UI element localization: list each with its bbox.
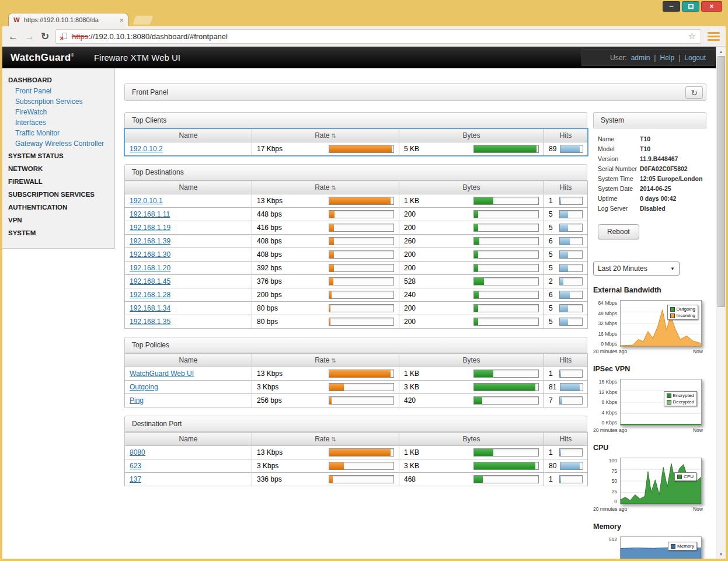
name-link[interactable]: Ping <box>130 396 144 405</box>
rate-bar <box>329 210 394 218</box>
nav-section-system-status[interactable]: SYSTEM STATUS <box>2 149 114 162</box>
logout-link[interactable]: Logout <box>684 54 706 62</box>
name-link[interactable]: 192.168.1.45 <box>130 277 170 285</box>
name-cell: 192.0.10.2 <box>125 142 252 156</box>
column-header-rate[interactable]: Rate⇅ <box>252 433 399 446</box>
nav-section-network[interactable]: NETWORK <box>2 162 114 175</box>
table-row: 192.168.1.19 416 bps 200 5 <box>125 221 588 235</box>
name-cell: 192.168.1.11 <box>125 208 252 221</box>
hits-bar <box>559 291 583 299</box>
name-link[interactable]: WatchGuard Web UI <box>130 370 194 378</box>
bytes-cell: 200 <box>399 221 544 235</box>
separator: | <box>654 54 656 62</box>
column-header-bytes[interactable]: Bytes <box>399 129 544 142</box>
system-panel: System Name T10 <box>593 112 706 241</box>
help-link[interactable]: Help <box>660 54 674 62</box>
url-rest: ://192.0.10.1:8080/dashboard/#frontpanel <box>88 32 228 41</box>
table-row: 192.168.1.39 408 bps 260 6 <box>125 235 588 248</box>
nav-section-firewall[interactable]: FIREWALL <box>2 175 114 187</box>
column-header-name[interactable]: Name <box>125 129 252 142</box>
nav-item[interactable]: FireWatch <box>2 107 114 117</box>
name-link[interactable]: 192.168.1.39 <box>130 237 170 245</box>
bookmark-star-icon[interactable]: ☆ <box>688 31 696 41</box>
name-link[interactable]: 623 <box>130 462 141 470</box>
close-button[interactable]: × <box>701 1 722 12</box>
hits-cell: 5 <box>544 302 588 315</box>
tab-close-icon[interactable]: × <box>119 16 124 24</box>
column-header-hits[interactable]: Hits <box>544 181 588 194</box>
app-header: WatchGuard® Fireware XTM Web UI User: ad… <box>2 47 716 68</box>
name-link[interactable]: 192.168.1.28 <box>130 291 170 299</box>
column-header-bytes[interactable]: Bytes <box>399 354 544 367</box>
column-header-rate[interactable]: Rate⇅ <box>252 354 399 367</box>
scrollbar-up-icon[interactable]: ▲ <box>716 47 726 56</box>
forward-icon[interactable]: → <box>25 32 34 41</box>
nav-item[interactable]: Traffic Monitor <box>2 128 114 138</box>
column-header-hits[interactable]: Hits <box>544 129 588 142</box>
hits-value: 1 <box>549 448 553 457</box>
certificate-error-icon[interactable]: × <box>61 32 68 41</box>
browser-tab[interactable]: W https://192.0.10.1:8080/da × <box>8 13 128 26</box>
reboot-button[interactable]: Reboot <box>598 224 639 239</box>
column-header-rate[interactable]: Rate⇅ <box>252 129 399 142</box>
column-header-rate[interactable]: Rate⇅ <box>252 181 399 194</box>
nav-section-subscription-services[interactable]: SUBSCRIPTION SERVICES <box>2 187 114 200</box>
bytes-cell: 3 KB <box>399 459 544 473</box>
nav-section-dashboard[interactable]: DASHBOARD <box>2 73 114 86</box>
column-header-bytes[interactable]: Bytes <box>399 433 544 446</box>
rate-cell: 200 bps <box>252 288 399 302</box>
rate-cell: 3 Kbps <box>252 381 399 394</box>
name-link[interactable]: 192.168.1.35 <box>130 318 170 326</box>
hits-bar <box>559 264 583 272</box>
bytes-value: 200 <box>404 264 416 272</box>
time-range-select[interactable]: Last 20 Minutes ▼ <box>593 262 680 276</box>
nav-item[interactable]: Interfaces <box>2 117 114 128</box>
scrollbar-thumb[interactable] <box>717 56 725 307</box>
rate-bar <box>329 197 394 205</box>
column-header-name[interactable]: Name <box>125 354 252 367</box>
refresh-icon[interactable]: ↻ <box>41 32 49 41</box>
name-link[interactable]: 192.168.1.34 <box>130 304 170 312</box>
legend-swatch <box>670 307 675 312</box>
new-tab-button[interactable] <box>133 16 153 25</box>
vertical-scrollbar[interactable]: ▲ ▼ <box>716 47 726 559</box>
name-link[interactable]: 192.168.1.30 <box>130 250 170 259</box>
nav-item[interactable]: Front Panel <box>2 86 114 96</box>
y-axis-label: 50 <box>612 478 617 484</box>
scrollbar-down-icon[interactable]: ▼ <box>716 549 726 559</box>
nav-section-system[interactable]: SYSTEM <box>2 226 114 239</box>
nav-section-authentication[interactable]: AUTHENTICATION <box>2 200 114 213</box>
maximize-button[interactable] <box>682 1 699 12</box>
name-link[interactable]: 192.168.1.19 <box>130 224 170 232</box>
name-link[interactable]: 192.0.10.1 <box>130 197 163 205</box>
table-row: 192.168.1.34 80 bps 200 5 <box>125 302 588 315</box>
name-link[interactable]: 192.0.10.2 <box>130 145 163 153</box>
name-link[interactable]: 137 <box>130 475 141 483</box>
column-header-name[interactable]: Name <box>125 181 252 194</box>
column-header-name[interactable]: Name <box>125 433 252 446</box>
bytes-cell: 420 <box>399 394 544 407</box>
bytes-bar <box>473 250 539 259</box>
panel-refresh-button[interactable]: ↻ <box>685 86 703 99</box>
hits-cell: 1 <box>544 446 588 459</box>
minimize-button[interactable]: – <box>663 1 680 12</box>
chart-legend: Encrypted Decrypted <box>664 391 697 406</box>
system-info-label: Uptime <box>598 194 640 204</box>
bytes-bar <box>473 448 539 457</box>
back-icon[interactable]: ← <box>8 32 18 41</box>
y-axis-label: 0 Mbps <box>601 341 617 347</box>
legend-swatch <box>667 393 671 398</box>
nav-item[interactable]: Subscription Services <box>2 96 114 107</box>
name-link[interactable]: 192.168.1.11 <box>130 210 170 218</box>
browser-menu-icon[interactable] <box>708 32 720 41</box>
name-link[interactable]: 192.168.1.20 <box>130 264 170 272</box>
bytes-value: 200 <box>404 318 416 326</box>
nav-item[interactable]: Gateway Wireless Controller <box>2 138 114 149</box>
name-link[interactable]: 8080 <box>130 448 145 457</box>
column-header-hits[interactable]: Hits <box>544 433 588 446</box>
name-link[interactable]: Outgoing <box>130 383 158 391</box>
column-header-hits[interactable]: Hits <box>544 354 588 367</box>
nav-section-vpn[interactable]: VPN <box>2 213 114 226</box>
address-bar[interactable]: × https://192.0.10.1:8080/dashboard/#fro… <box>55 29 701 44</box>
column-header-bytes[interactable]: Bytes <box>399 181 544 194</box>
